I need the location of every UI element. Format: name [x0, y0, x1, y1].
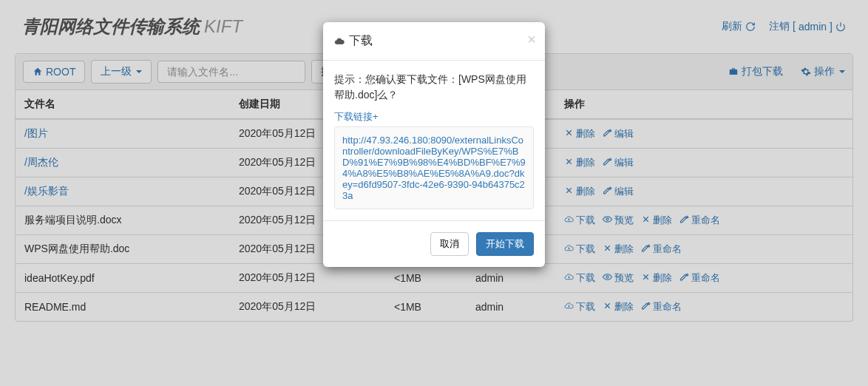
close-button[interactable]: × — [527, 31, 536, 48]
confirm-button[interactable]: 开始下载 — [476, 232, 534, 256]
modal-message: 提示：您确认要下载文件：[WPS网盘使用帮助.doc]么？ — [334, 72, 534, 103]
cloud-download-icon — [334, 36, 345, 47]
modal-link-box[interactable]: http://47.93.246.180:8090/externalLinksC… — [334, 126, 534, 209]
cancel-button[interactable]: 取消 — [430, 232, 469, 256]
download-modal: 下载 × 提示：您确认要下载文件：[WPS网盘使用帮助.doc]么？ 下载链接+… — [323, 22, 545, 267]
modal-title: 下载 — [349, 33, 373, 49]
modal-link-label[interactable]: 下载链接+ — [334, 110, 379, 123]
